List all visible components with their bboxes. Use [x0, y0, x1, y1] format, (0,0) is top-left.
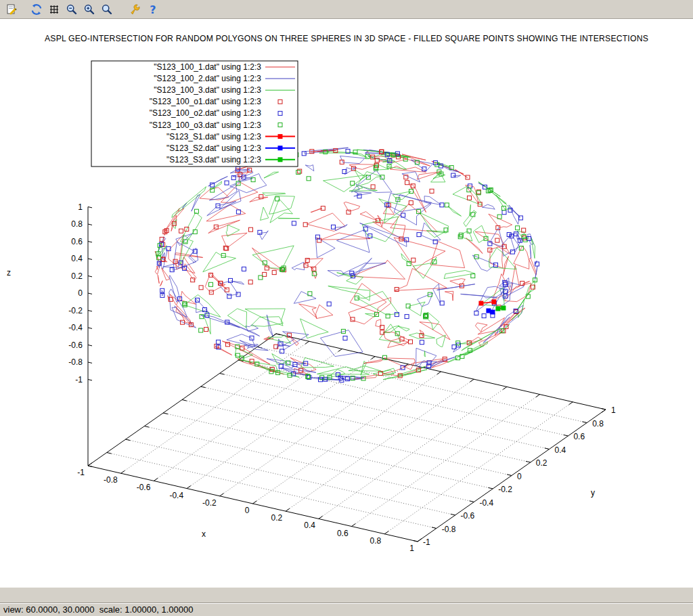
svg-text:"S123_S2.dat" using 1:2:3: "S123_S2.dat" using 1:2:3 — [166, 144, 261, 153]
svg-text:-0.2: -0.2 — [68, 306, 83, 315]
gnuplot-window: ? -1-0.8-0.6-0.4-0.200.20.40.60.81-1-0.8… — [0, 0, 693, 616]
svg-text:"S123_100_3.dat" using 1:2:3: "S123_100_3.dat" using 1:2:3 — [154, 85, 261, 95]
svg-text:-0.8: -0.8 — [442, 525, 456, 534]
replot-button[interactable] — [28, 1, 45, 18]
svg-text:"S123_S1.dat" using 1:2:3: "S123_S1.dat" using 1:2:3 — [166, 132, 261, 141]
status-text: view: 60.0000, 30.0000 scale: 1.00000, 1… — [3, 604, 193, 615]
x-axis-label: x — [202, 529, 206, 539]
svg-text:0.6: 0.6 — [337, 529, 349, 538]
svg-text:"S123_100_1.dat" using 1:2:3: "S123_100_1.dat" using 1:2:3 — [154, 62, 261, 72]
svg-text:-0.8: -0.8 — [68, 357, 83, 367]
autoscale-icon — [101, 3, 113, 16]
svg-text:"S123_100_2.dat" using 1:2:3: "S123_100_2.dat" using 1:2:3 — [154, 74, 261, 83]
svg-text:0.4: 0.4 — [304, 521, 315, 530]
grid-icon — [48, 3, 60, 16]
svg-text:1: 1 — [409, 544, 414, 553]
svg-text:0.4: 0.4 — [555, 445, 566, 455]
svg-text:-0.4: -0.4 — [68, 323, 83, 332]
plot-canvas[interactable]: -1-0.8-0.6-0.4-0.200.20.40.60.81-1-0.8-0… — [0, 19, 693, 588]
svg-text:-0.8: -0.8 — [104, 475, 118, 485]
y-axis-label: y — [591, 488, 595, 498]
configure-button[interactable] — [127, 1, 144, 18]
svg-text:0.4: 0.4 — [71, 254, 83, 263]
zoom-previous-button[interactable] — [63, 1, 81, 18]
svg-text:0.2: 0.2 — [271, 513, 283, 523]
svg-text:-1: -1 — [75, 375, 83, 384]
wrench-icon — [129, 3, 141, 16]
legend: "S123_100_1.dat" using 1:2:3"S123_100_2.… — [91, 61, 298, 167]
svg-text:0.2: 0.2 — [71, 271, 83, 281]
svg-text:0.6: 0.6 — [71, 237, 83, 246]
export-icon — [5, 3, 18, 16]
svg-text:0: 0 — [78, 288, 83, 298]
svg-text:0: 0 — [517, 472, 522, 481]
svg-text:1: 1 — [611, 405, 616, 415]
toolbar: ? — [0, 0, 693, 19]
svg-text:-1: -1 — [423, 537, 430, 547]
svg-text:0.8: 0.8 — [592, 419, 604, 428]
svg-text:-1: -1 — [77, 468, 85, 477]
replot-icon — [30, 3, 43, 16]
svg-text:"S123_100_o3.dat" using 1:2:3: "S123_100_o3.dat" using 1:2:3 — [150, 120, 262, 130]
svg-text:0.8: 0.8 — [71, 219, 83, 229]
svg-text:-0.4: -0.4 — [479, 498, 493, 508]
svg-text:?: ? — [150, 3, 156, 16]
svg-text:1: 1 — [78, 202, 83, 212]
help-icon: ? — [147, 3, 159, 16]
svg-text:0.8: 0.8 — [370, 536, 382, 546]
svg-text:-0.6: -0.6 — [461, 511, 475, 521]
svg-text:"S123_S3.dat" using 1:2:3: "S123_S3.dat" using 1:2:3 — [166, 155, 261, 164]
intersection-markers-layer — [478, 300, 506, 315]
autoscale-button[interactable] — [98, 1, 116, 18]
svg-text:0.2: 0.2 — [536, 458, 547, 468]
zoom-previous-icon — [66, 3, 78, 16]
svg-text:0: 0 — [245, 506, 250, 515]
export-button[interactable] — [3, 1, 20, 18]
svg-text:-0.6: -0.6 — [137, 483, 151, 492]
svg-text:-0.2: -0.2 — [498, 485, 512, 494]
zoom-next-icon — [83, 3, 95, 16]
svg-text:"S123_100_o1.dat" using 1:2:3: "S123_100_o1.dat" using 1:2:3 — [150, 97, 262, 106]
z-axis-label: z — [7, 268, 11, 278]
svg-text:-0.6: -0.6 — [68, 340, 83, 350]
svg-text:-0.2: -0.2 — [202, 498, 217, 508]
plot-title: ASPL GEO-INTERSECTION FOR RANDOM POLYGON… — [45, 34, 648, 43]
grid-button[interactable] — [45, 1, 63, 18]
zoom-next-button[interactable] — [81, 1, 98, 18]
help-button[interactable]: ? — [144, 1, 162, 18]
svg-text:-0.4: -0.4 — [169, 491, 183, 500]
status-bar: view: 60.0000, 30.0000 scale: 1.00000, 1… — [0, 602, 693, 616]
svg-text:"S123_100_o2.dat" using 1:2:3: "S123_100_o2.dat" using 1:2:3 — [150, 108, 262, 118]
svg-text:0.6: 0.6 — [573, 432, 585, 441]
